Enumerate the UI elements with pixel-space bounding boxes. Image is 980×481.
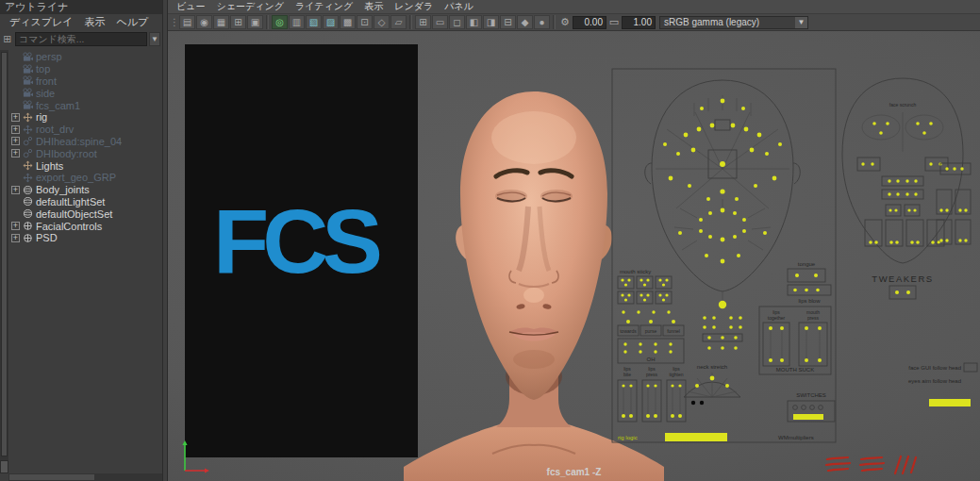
viewport-menu-lighting[interactable]: ライティング: [290, 0, 358, 13]
label-purse: purse: [645, 328, 657, 334]
toolbar-grip[interactable]: ⋮: [171, 15, 178, 29]
face-gui-follow-box[interactable]: [964, 363, 977, 372]
film-gate-button[interactable]: ▭: [432, 15, 448, 29]
outliner-horizontal-scrollbar[interactable]: [8, 473, 162, 481]
rig-logic-slider[interactable]: [665, 433, 727, 441]
viewport-canvas[interactable]: FCS: [168, 31, 980, 481]
outliner-item-lights[interactable]: Lights: [9, 159, 162, 172]
label-eyes-aim-follow: eyes aim follow head: [908, 378, 961, 384]
bookmark-button[interactable]: ⊞: [230, 15, 246, 29]
viewport-menu-shading[interactable]: シェーディング: [210, 0, 289, 13]
gate-mask-button[interactable]: ◧: [466, 15, 482, 29]
lighting-button[interactable]: ▩: [340, 15, 356, 29]
gui-border: [612, 69, 836, 442]
outliner-item-persp[interactable]: persp: [9, 51, 162, 63]
label-lips-press: press: [646, 372, 658, 377]
label-face-scrunch: face scrunch: [889, 102, 917, 108]
outliner-item-body-joints[interactable]: +Body_joints: [9, 184, 162, 196]
default-material-button[interactable]: ▨: [323, 15, 339, 29]
camera-attributes-button[interactable]: ▦: [213, 15, 229, 29]
expand-toggle[interactable]: +: [11, 113, 20, 122]
label-wm-multipliers: WMmultipliers: [778, 435, 814, 440]
camera-icon: [22, 52, 34, 62]
colorspace-dropdown[interactable]: sRGB gamma (legacy) ▼: [659, 16, 808, 29]
label-lips-together: together: [768, 315, 786, 321]
scrollbar-thumb[interactable]: [1, 52, 8, 456]
safe-title-button[interactable]: ◆: [517, 15, 533, 29]
viewport-panel: ビュー シェーディング ライティング 表示 レンダラ パネル ⋮ ▤ ◉ ▦ ⊞…: [168, 0, 980, 481]
viewport-menu-panels[interactable]: パネル: [439, 0, 479, 13]
gamma-slate-icon[interactable]: ▭: [607, 16, 621, 28]
outliner-panel: アウトライナ ディスプレイ 表示 ヘルプ ⊞ ▼ persp top front…: [0, 0, 162, 481]
isolate-select-button[interactable]: ●: [534, 15, 550, 29]
expand-toggle[interactable]: +: [11, 149, 20, 158]
outliner-menu-help[interactable]: ヘルプ: [112, 14, 154, 30]
field-chart-button[interactable]: ◨: [483, 15, 499, 29]
facial-gui-overlay[interactable]: mouth sticky towards purse funnel: [610, 67, 980, 476]
outliner-menu-display[interactable]: ディスプレイ: [5, 14, 78, 30]
switches-slider[interactable]: [793, 414, 823, 420]
search-input[interactable]: [15, 32, 147, 46]
exposure-gear-icon[interactable]: ⚙: [558, 16, 572, 28]
camera-icon: [22, 75, 34, 86]
expand-toggle[interactable]: +: [11, 222, 20, 230]
exposure-field[interactable]: 0.00: [573, 16, 606, 29]
shadows-button[interactable]: ⊡: [357, 15, 373, 29]
outliner-item-front[interactable]: front: [9, 75, 162, 88]
viewport-menu-view[interactable]: ビュー: [171, 0, 210, 13]
outliner-item-fcs-cam1[interactable]: fcs_cam1: [9, 99, 162, 111]
label-lips-bite: bite: [623, 372, 631, 377]
outliner-item-export-geo-grp[interactable]: export_geo_GRP: [9, 172, 162, 184]
scrollbar-button[interactable]: [0, 460, 8, 473]
transform-icon: [22, 112, 34, 123]
chevron-down-icon[interactable]: ▼: [795, 17, 807, 28]
eyes-aim-follow-slider[interactable]: [929, 399, 971, 406]
label-oh: OH: [647, 357, 656, 362]
expand-toggle[interactable]: +: [11, 234, 20, 242]
expand-toggle[interactable]: +: [11, 137, 20, 145]
outliner-vertical-scrollbar[interactable]: [0, 50, 8, 473]
search-dropdown-arrow-icon[interactable]: ▼: [149, 32, 160, 46]
colorspace-value: sRGB gamma (legacy): [660, 17, 795, 27]
outliner-item-dhihead-spine04[interactable]: +DHIhead:spine_04: [9, 136, 162, 148]
lock-camera-button[interactable]: ◉: [196, 15, 212, 29]
outliner-item-psd[interactable]: +PSD: [9, 232, 162, 244]
viewport-menu-renderer[interactable]: レンダラ: [389, 0, 439, 13]
outliner-item-root-drv[interactable]: +root_drv: [9, 124, 162, 136]
joint-icon: [22, 148, 34, 158]
grid-button[interactable]: ⊞: [415, 15, 431, 29]
outliner-item-defaultobjectset[interactable]: defaultObjectSet: [9, 207, 162, 220]
expand-toggle[interactable]: +: [11, 125, 20, 134]
resolution-gate-button[interactable]: ◻: [449, 15, 465, 29]
viewport-menubar: ビュー シェーディング ライティング 表示 レンダラ パネル: [168, 0, 980, 13]
occlusion-button[interactable]: ◇: [374, 15, 390, 29]
outliner-item-top[interactable]: top: [9, 63, 162, 75]
outliner-menubar: ディスプレイ 表示 ヘルプ: [0, 14, 162, 30]
toolbar-separator: [409, 15, 412, 29]
safe-action-button[interactable]: ⊟: [500, 15, 516, 29]
search-filter-icon[interactable]: ⊞: [2, 33, 13, 45]
outliner-menu-show[interactable]: 表示: [80, 14, 110, 30]
set-icon: [22, 196, 34, 207]
outliner-item-dhibody-root[interactable]: +DHIbody:root: [9, 147, 162, 159]
motion-blur-button[interactable]: ▱: [390, 15, 407, 29]
outliner-body: persp top front side fcs_cam1 +rig +root…: [0, 50, 162, 473]
textured-button[interactable]: ▧: [306, 15, 322, 29]
outliner-item-defaultlightset[interactable]: defaultLightSet: [9, 196, 162, 208]
image-plane-button[interactable]: ▣: [247, 15, 263, 29]
shading-smooth-button[interactable]: ◎: [272, 15, 288, 29]
wireframe-on-shaded-button[interactable]: ▥: [289, 15, 305, 29]
outliner-search-row: ⊞ ▼: [0, 30, 162, 48]
label-funnel: funnel: [667, 328, 680, 334]
outliner-panel-title: アウトライナ: [0, 0, 162, 14]
select-camera-button[interactable]: ▤: [179, 15, 195, 29]
label-face-gui-follow: face GUI follow head: [908, 365, 961, 371]
viewport-menu-show[interactable]: 表示: [358, 0, 389, 13]
expand-toggle[interactable]: +: [11, 186, 20, 194]
outliner-item-rig[interactable]: +rig: [9, 111, 162, 124]
scrollbar-thumb[interactable]: [9, 474, 94, 480]
outliner-item-facialcontrols[interactable]: +FacialControls: [9, 220, 162, 232]
fcs-logo: FCS: [213, 195, 376, 287]
outliner-item-side[interactable]: side: [9, 87, 162, 99]
gamma-field[interactable]: 1.00: [622, 16, 656, 29]
